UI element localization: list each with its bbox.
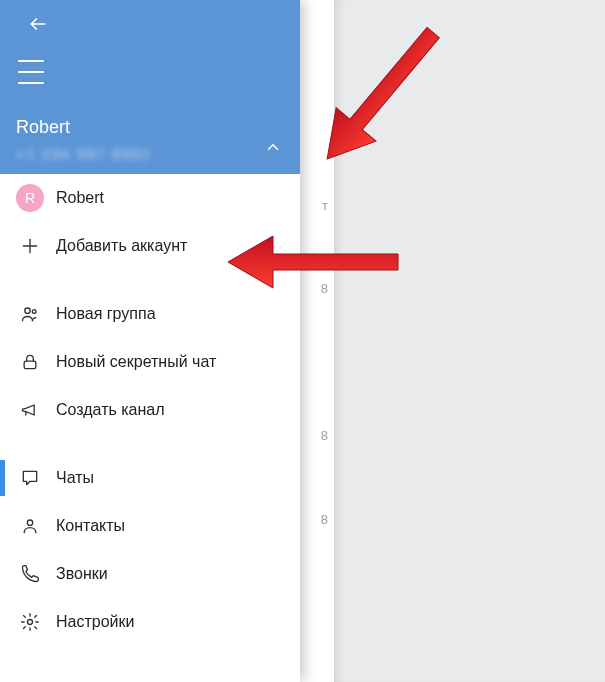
account-label: Robert bbox=[56, 189, 104, 207]
arrow-left-icon bbox=[28, 14, 48, 34]
gear-icon bbox=[20, 612, 40, 632]
peek-text: 8 bbox=[321, 512, 328, 527]
new-group-button[interactable]: Новая группа bbox=[0, 290, 300, 338]
menu-label: Контакты bbox=[56, 517, 125, 535]
svg-point-6 bbox=[27, 520, 32, 525]
menu-label: Новый секретный чат bbox=[56, 353, 216, 371]
add-account-button[interactable]: Добавить аккаунт bbox=[0, 222, 300, 270]
peek-text: 8 bbox=[321, 428, 328, 443]
calls-button[interactable]: Звонки bbox=[0, 550, 300, 598]
menu-label: Новая группа bbox=[56, 305, 156, 323]
lock-icon bbox=[20, 352, 40, 372]
menu-label: Настройки bbox=[56, 613, 134, 631]
menu-separator bbox=[0, 270, 300, 290]
menu-button[interactable] bbox=[18, 60, 48, 84]
hamburger-icon bbox=[18, 60, 44, 62]
chat-list-peek: т 8 8 8 bbox=[300, 0, 335, 682]
chats-button[interactable]: Чаты bbox=[0, 454, 300, 502]
account-name: Robert bbox=[16, 117, 70, 138]
group-icon bbox=[20, 304, 40, 324]
navigation-drawer: Robert +1 234 567 8901 R Robert Добавить… bbox=[0, 0, 300, 682]
secret-chat-button[interactable]: Новый секретный чат bbox=[0, 338, 300, 386]
app-root: т 8 8 8 Robert +1 234 567 8901 R bbox=[0, 0, 605, 682]
chat-background bbox=[335, 0, 605, 682]
peek-text: т bbox=[322, 198, 328, 213]
megaphone-icon bbox=[20, 400, 40, 420]
contacts-button[interactable]: Контакты bbox=[0, 502, 300, 550]
svg-point-7 bbox=[28, 620, 33, 625]
settings-button[interactable]: Настройки bbox=[0, 598, 300, 646]
phone-icon bbox=[20, 564, 40, 584]
back-button[interactable] bbox=[24, 10, 52, 38]
chevron-up-icon bbox=[264, 138, 282, 156]
account-item-current[interactable]: R Robert bbox=[0, 174, 300, 222]
account-phone: +1 234 567 8901 bbox=[16, 146, 152, 162]
accounts-toggle[interactable] bbox=[260, 134, 286, 160]
menu-label: Звонки bbox=[56, 565, 108, 583]
menu-separator bbox=[0, 434, 300, 454]
menu-label: Чаты bbox=[56, 469, 94, 487]
create-channel-button[interactable]: Создать канал bbox=[0, 386, 300, 434]
peek-text: 8 bbox=[321, 281, 328, 296]
chat-icon bbox=[20, 468, 40, 488]
menu-label: Создать канал bbox=[56, 401, 165, 419]
drawer-menu: R Robert Добавить аккаунт Новая группа bbox=[0, 174, 300, 682]
drawer-header: Robert +1 234 567 8901 bbox=[0, 0, 300, 174]
avatar: R bbox=[16, 184, 44, 212]
active-indicator bbox=[0, 460, 5, 496]
add-account-label: Добавить аккаунт bbox=[56, 237, 187, 255]
svg-point-3 bbox=[25, 308, 30, 313]
contacts-icon bbox=[20, 516, 40, 536]
plus-icon bbox=[20, 236, 40, 256]
svg-rect-5 bbox=[24, 361, 36, 369]
svg-point-4 bbox=[32, 310, 36, 314]
